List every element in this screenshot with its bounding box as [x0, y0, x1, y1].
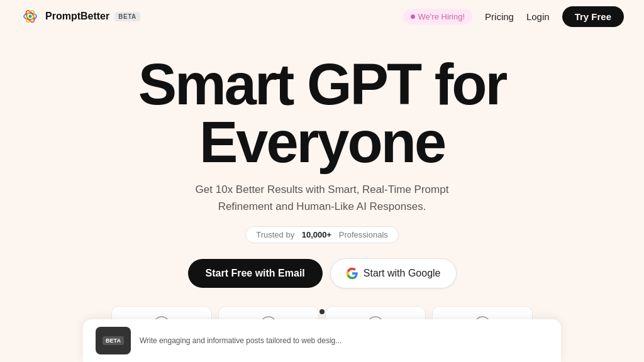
- preview-dot: [319, 309, 325, 314]
- preview-beta-badge: BETA: [103, 336, 124, 345]
- trusted-prefix: Trusted by: [256, 230, 294, 239]
- hero-title-line2: Everyone: [199, 110, 445, 174]
- beta-badge: BETA: [114, 12, 140, 21]
- hero-section: Smart GPT for Everyone Get 10x Better Re…: [0, 33, 644, 357]
- hero-subtitle: Get 10x Better Results with Smart, Real-…: [184, 181, 460, 215]
- pricing-link[interactable]: Pricing: [485, 11, 514, 22]
- nav-right: We're Hiring! Pricing Login Try Free: [403, 6, 624, 27]
- email-cta-button[interactable]: Start Free with Email: [188, 259, 323, 288]
- trusted-badge: Trusted by 10,000+ Professionals: [245, 226, 399, 243]
- navbar: PromptBetter BETA We're Hiring! Pricing …: [0, 0, 644, 33]
- svg-point-4: [29, 15, 32, 18]
- trusted-suffix: Professionals: [339, 230, 388, 239]
- hero-title-line1: Smart GPT for: [138, 52, 506, 116]
- preview-text: Write engaging and informative posts tai…: [140, 336, 341, 346]
- preview-thumbnail: BETA: [96, 327, 131, 354]
- hiring-button[interactable]: We're Hiring!: [403, 9, 472, 25]
- hero-title: Smart GPT for Everyone: [138, 55, 506, 171]
- hiring-dot: [411, 14, 415, 19]
- bottom-preview: BETA Write engaging and informative post…: [83, 319, 561, 362]
- logo[interactable]: PromptBetter BETA: [20, 6, 140, 26]
- logo-icon: [20, 6, 40, 26]
- google-cta-label: Start with Google: [364, 268, 441, 279]
- login-link[interactable]: Login: [526, 11, 550, 22]
- logo-text: PromptBetter: [45, 11, 109, 22]
- trusted-count: 10,000+: [302, 230, 331, 239]
- hiring-label: We're Hiring!: [418, 12, 465, 21]
- cta-buttons: Start Free with Email Start with Google: [188, 258, 457, 288]
- try-free-button[interactable]: Try Free: [562, 6, 624, 27]
- google-icon: [346, 267, 358, 280]
- google-cta-button[interactable]: Start with Google: [330, 258, 457, 288]
